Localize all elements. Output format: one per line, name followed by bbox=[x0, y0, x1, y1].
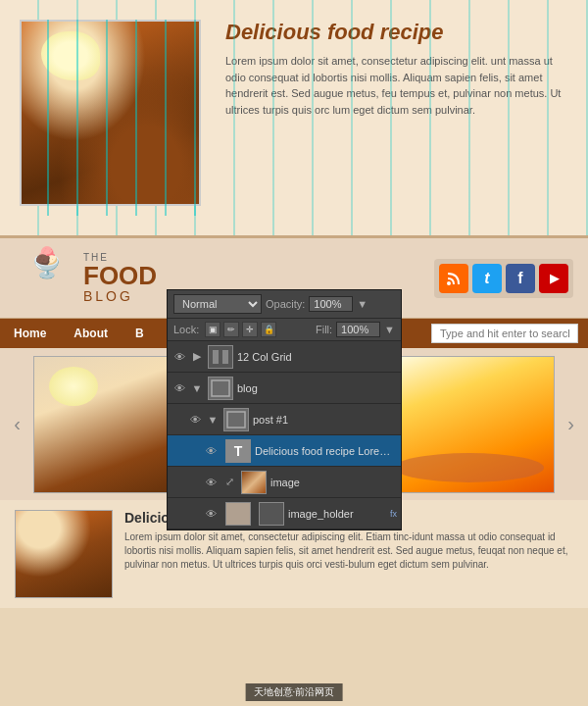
lock-icons: ▣ ✏ ✛ 🔒 bbox=[205, 322, 276, 337]
logo-blog-text: BLOG bbox=[83, 288, 157, 304]
logo-food-text: FOOD bbox=[83, 263, 157, 288]
social-icons: t f ▶ bbox=[434, 259, 573, 298]
layer-visibility-icon[interactable]: 👁 bbox=[187, 412, 203, 428]
layers-panel: Normal Opacity: ▼ Lock: ▣ ✏ ✛ 🔒 Fil bbox=[167, 289, 402, 530]
layer-expand-icon[interactable]: ▼ bbox=[206, 414, 220, 426]
layer-name: image bbox=[270, 477, 397, 488]
layer-visibility-icon[interactable]: 👁 bbox=[203, 443, 219, 459]
blend-mode-row: Normal Opacity: ▼ bbox=[168, 290, 401, 319]
food-image-inner bbox=[22, 22, 199, 204]
opacity-dropdown[interactable]: ▼ bbox=[357, 298, 368, 310]
top-content: Delicious food recipe Lorem ipsum dolor … bbox=[0, 0, 588, 235]
layer-name: post #1 bbox=[253, 414, 397, 426]
nav-home[interactable]: Home bbox=[0, 319, 60, 348]
layer-thumbnail: T bbox=[225, 439, 251, 463]
layer-thumbnail bbox=[241, 471, 267, 494]
opacity-row: Opacity: ▼ bbox=[266, 296, 368, 312]
layer-transform-icon: ⤢ bbox=[221, 476, 237, 488]
page-wrapper: Delicious food recipe Lorem ipsum dolor … bbox=[0, 0, 588, 706]
youtube-icon[interactable]: ▶ bbox=[539, 264, 568, 293]
bottom-article-body: Lorem ipsum dolor sit amet, consectetur … bbox=[124, 530, 573, 572]
facebook-icon[interactable]: f bbox=[506, 264, 535, 293]
prev-arrow[interactable]: ‹ bbox=[5, 407, 29, 441]
layer-name: 12 Col Grid bbox=[237, 351, 397, 363]
layer-visibility-icon[interactable]: 👁 bbox=[172, 380, 187, 396]
layer-item[interactable]: 👁 ▶ 12 Col Grid bbox=[168, 341, 401, 373]
layer-visibility-icon[interactable]: 👁 bbox=[203, 475, 219, 490]
layer-item[interactable]: 👁 ▼ post #1 bbox=[168, 404, 401, 435]
layer-name: blog bbox=[237, 382, 397, 394]
search-input[interactable] bbox=[431, 324, 578, 343]
food-image bbox=[20, 20, 201, 206]
bottom-image-inner bbox=[16, 511, 112, 597]
gallery-image-3 bbox=[383, 356, 555, 493]
fill-label: Fill: bbox=[316, 324, 332, 335]
svg-rect-4 bbox=[227, 412, 245, 428]
layer-name: image_holder bbox=[288, 508, 388, 520]
layer-visibility-icon[interactable]: 👁 bbox=[203, 506, 219, 522]
fill-row: Fill: ▼ bbox=[316, 322, 395, 337]
lock-label: Lock: bbox=[173, 324, 199, 335]
logo-text: THE FOOD BLOG bbox=[83, 252, 157, 304]
layer-thumbnail bbox=[208, 345, 233, 369]
bottom-article-image bbox=[15, 510, 113, 598]
layer-expand-icon[interactable]: ▼ bbox=[190, 382, 204, 394]
layer-list: 👁 ▶ 12 Col Grid 👁 ▼ blog bbox=[168, 341, 401, 530]
lock-image-icon[interactable]: ✏ bbox=[223, 322, 239, 337]
lock-all-icon[interactable]: 🔒 bbox=[261, 322, 276, 337]
lock-row: Lock: ▣ ✏ ✛ 🔒 Fill: ▼ bbox=[168, 319, 401, 341]
layer-expand-icon[interactable]: ▶ bbox=[190, 350, 204, 363]
nav-search bbox=[431, 324, 578, 343]
nav-about[interactable]: About bbox=[60, 319, 122, 348]
layer-item-selected[interactable]: 👁 T Delicious food recipe Lorem ... bbox=[168, 435, 401, 467]
blend-mode-select[interactable]: Normal bbox=[173, 294, 262, 314]
article-text: Delicious food recipe Lorem ipsum dolor … bbox=[225, 20, 568, 216]
rss-icon[interactable] bbox=[439, 264, 468, 293]
layer-name: Delicious food recipe Lorem ... bbox=[255, 445, 397, 457]
svg-point-0 bbox=[447, 281, 451, 285]
opacity-label: Opacity: bbox=[266, 298, 305, 310]
svg-rect-2 bbox=[222, 350, 228, 364]
layer-item[interactable]: 👁 image_holder fx bbox=[168, 498, 401, 530]
fill-input[interactable] bbox=[336, 322, 380, 337]
lock-position-icon[interactable]: ✛ bbox=[242, 322, 258, 337]
fill-dropdown[interactable]: ▼ bbox=[384, 324, 395, 335]
watermark: 天地创意·前沿网页 bbox=[246, 683, 343, 701]
fx-badge: fx bbox=[390, 509, 397, 519]
twitter-icon[interactable]: t bbox=[472, 264, 502, 293]
food-image-container bbox=[20, 20, 206, 216]
opacity-input[interactable] bbox=[309, 296, 353, 312]
svg-rect-3 bbox=[212, 380, 229, 396]
nav-other[interactable]: B bbox=[122, 319, 158, 348]
article-title: Delicious food recipe bbox=[225, 20, 568, 45]
layer-item[interactable]: 👁 ⤢ image bbox=[168, 467, 401, 498]
logo-icon: 🍨 bbox=[15, 246, 78, 310]
svg-rect-1 bbox=[213, 350, 219, 364]
next-arrow[interactable]: › bbox=[559, 407, 583, 441]
layer-thumbnail bbox=[208, 377, 233, 400]
article-body: Lorem ipsum dolor sit amet, consectetur … bbox=[225, 53, 568, 118]
layer-thumbnail bbox=[225, 502, 251, 526]
lock-transparency-icon[interactable]: ▣ bbox=[205, 322, 220, 337]
layer-item[interactable]: 👁 ▼ blog bbox=[168, 373, 401, 404]
blog-logo: 🍨 THE FOOD BLOG bbox=[15, 246, 157, 310]
layer-visibility-icon[interactable]: 👁 bbox=[172, 349, 187, 365]
layer-thumbnail bbox=[223, 408, 249, 431]
website-preview: Delicious food recipe Lorem ipsum dolor … bbox=[0, 0, 588, 608]
layer-mask-thumbnail bbox=[259, 502, 284, 526]
